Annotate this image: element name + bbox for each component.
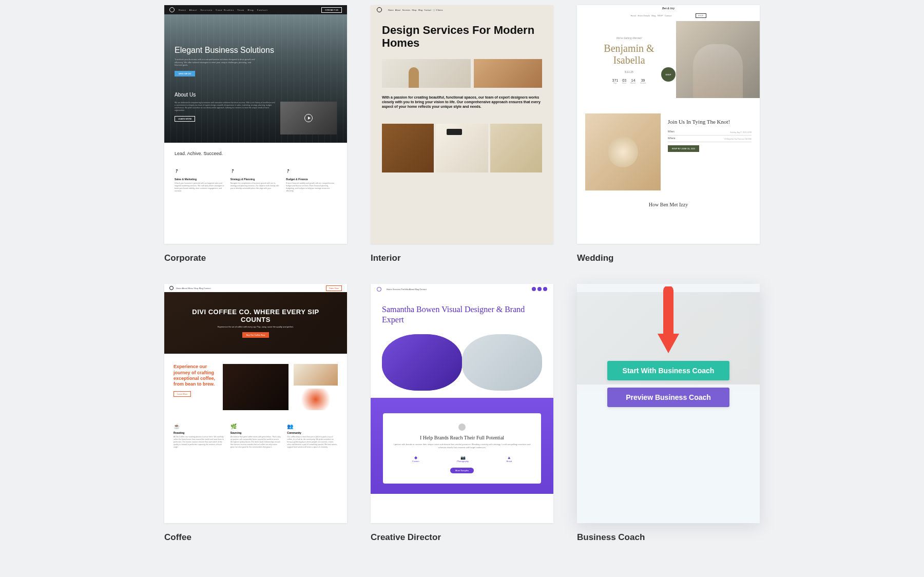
template-thumbnail-hovered: Start With Business Coach Preview Busine… (577, 284, 760, 523)
column-text: Unlock your business's potential with ou… (175, 182, 225, 193)
join-heading: Join Us In Tying The Knot! (668, 119, 752, 125)
nav-items: Home About Services Shop Blog Contact 🛒 … (388, 9, 443, 11)
married-text: We're Getting Married! (587, 36, 671, 40)
column-text: Navigate the complexities of business gr… (230, 182, 281, 190)
video-thumbnail (280, 102, 337, 134)
samples-button: More Samples (450, 468, 474, 473)
feature-heading: Community (287, 431, 338, 434)
hero-subtitle: Transform your business with our compreh… (175, 58, 257, 67)
hero-paragraph: With a passion for creating beautiful, f… (382, 95, 542, 109)
nav-items: Home About Menu Shop Blog Contact (176, 287, 211, 290)
template-label: Interior (371, 253, 553, 263)
column-text: Ensure financial stability and growth wi… (286, 182, 337, 193)
logo-icon (377, 7, 382, 12)
portfolio-image (382, 334, 462, 391)
learn-more-button: Learn More (174, 391, 191, 397)
couple-names: Benjamin & Isabella (587, 43, 671, 66)
play-icon (304, 114, 313, 122)
template-label: Business Coach (577, 532, 760, 543)
order-button: Order Now (326, 285, 342, 291)
coffee-image (294, 389, 338, 410)
countdown: 371Days 03Hours 14Minutes 39Seconds (587, 79, 671, 84)
experience-heading: Experience our journey of crafting excep… (174, 364, 218, 387)
template-thumbnail: Home About Menu Shop Blog Contact Order … (164, 284, 347, 523)
coffee-image (294, 364, 338, 386)
rsvp-button: RSVP BY JUNE 10, 2025 (668, 145, 699, 152)
arrow-icon: ↗ (229, 167, 235, 175)
logo-icon (377, 287, 381, 292)
portfolio-image (462, 334, 542, 391)
hero-cta-button: WHO WE DO (175, 71, 195, 76)
feature-text: Our coffee shop is more than just a plac… (287, 436, 338, 448)
hero-title: DIVI COFFEE CO. WHERE EVERY SIP COUNTS (180, 308, 332, 323)
about-heading: About Us (175, 92, 337, 98)
interior-image (490, 124, 542, 172)
logo-icon (169, 286, 174, 290)
coffee-image (223, 364, 289, 410)
service-icon: ◆ (412, 455, 419, 460)
arrow-icon: ↗ (174, 167, 180, 175)
story-heading: How Ben Met Izzy (577, 202, 760, 210)
where-detail: 123 Anywhere San Francisco CA 12345 (668, 138, 752, 140)
couple-photo (676, 21, 760, 98)
column-heading: Strategy & Planning (230, 178, 281, 181)
when-detail: Saturday, Aug 17, 2025 2-6 PM (668, 131, 752, 133)
template-thumbnail: Ben & Izzy Home Event Details Blog RSVP … (577, 5, 760, 244)
column-heading: Sales & Marketing (175, 178, 225, 181)
buy-button: Buy Our Coffee Now (242, 332, 270, 338)
interior-image (436, 124, 488, 172)
interior-image (474, 59, 542, 88)
service-icon: 📷 (457, 455, 469, 460)
interior-image (382, 124, 434, 172)
hero-subtitle: Experience the art of coffee with every … (218, 325, 294, 328)
hands-photo (585, 113, 661, 190)
logo-icon (169, 7, 175, 12)
template-thumbnail: Home About Services Shop Blog Contact 🛒 … (371, 5, 553, 244)
template-thumbnail: Home Services Portfolio About Blog Conta… (371, 284, 553, 523)
feature-heading: Roasting (174, 431, 224, 434)
template-thumbnail: Home About Services Case Studies Team Bl… (164, 5, 347, 244)
arrow-down-annotation-icon (654, 286, 682, 360)
template-card-wedding[interactable]: Ben & Izzy Home Event Details Blog RSVP … (577, 5, 760, 263)
nav-items: Home Services Portfolio About Blog Conta… (387, 288, 427, 291)
service-icon: ▲ (506, 455, 512, 460)
coffee-icon: ☕ (174, 424, 224, 429)
template-card-interior[interactable]: Home About Services Shop Blog Contact 🛒 … (371, 5, 553, 263)
wedding-date: 8.11.25 (587, 70, 671, 73)
nav-items: Home About Services Case Studies Team Bl… (179, 9, 268, 11)
hero-title: Design Services For Modern Homes (382, 24, 542, 50)
help-text: I partner with brands to uncover their u… (393, 443, 531, 449)
feature-heading: Sourcing (230, 431, 281, 434)
feature-text: At Divi Coffee, our roasting process is … (174, 436, 224, 448)
template-card-corporate[interactable]: Home About Services Case Studies Team Bl… (164, 5, 347, 263)
brand-text: Ben & Izzy (577, 5, 760, 10)
contact-button: CONTACT US (321, 7, 342, 13)
lead-text: Lead. Achive. Succeed. (175, 151, 337, 156)
preview-template-button[interactable]: Preview Business Coach (607, 388, 729, 407)
start-with-template-button[interactable]: Start With Business Coach (607, 361, 729, 380)
template-card-coffee[interactable]: Home About Menu Shop Blog Contact Order … (164, 284, 347, 542)
template-label: Corporate (164, 253, 347, 263)
hero-title: Elegant Business Solutions (175, 45, 337, 55)
help-heading: I Help Brands Reach Their Full Potential (393, 435, 531, 440)
feature-text: We believe that great coffee starts with… (230, 436, 281, 448)
template-label: Creative Director (371, 532, 553, 543)
template-label: Coffee (164, 532, 347, 543)
template-label: Wedding (577, 253, 760, 263)
template-card-creative-director[interactable]: Home Services Portfolio About Blog Conta… (371, 284, 553, 542)
arrow-icon: ↗ (285, 167, 291, 175)
column-heading: Budget & Finance (286, 178, 337, 181)
template-grid: Home About Services Case Studies Team Bl… (164, 5, 760, 543)
leaf-icon: 🌿 (230, 424, 281, 429)
learn-more-button: LEARN MORE (175, 116, 195, 122)
about-text: We are dedicated to empowering businesse… (175, 102, 275, 112)
avatar (458, 424, 466, 431)
nav-items: Home Event Details Blog RSVP Contact RSV… (577, 10, 760, 21)
rsvp-badge: RSVP (661, 67, 676, 82)
interior-image (382, 59, 471, 88)
hero-title: Samantha Bowen Visual Designer & Brand E… (382, 304, 542, 325)
template-card-business-coach[interactable]: Start With Business Coach Preview Busine… (577, 284, 760, 542)
people-icon: 👥 (287, 424, 338, 429)
social-icons (532, 287, 547, 291)
